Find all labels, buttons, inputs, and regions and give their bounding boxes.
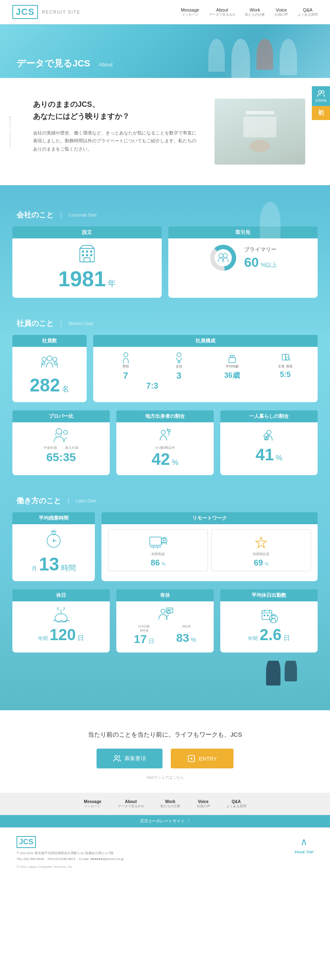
footer-bottom: JCS 〒101-0021 東京都千代田区神田佐久間町1-21 岩瀬佐久間ビル7… [0,827,330,877]
remote-sub-cards: 利用実績 86 % 利用満足度 69 % [108,529,311,571]
card-holiday-work: 平均休日出勤数 年間 2.6 日 [220,589,318,653]
card-holiday: 休日 年間 120 日 [12,589,110,653]
card-proper: プロパー比 中途社員 新入社員 65:35 [12,410,110,475]
recruit-button[interactable]: 募集要項 [97,749,163,768]
svg-point-33 [233,355,234,356]
footer-nav-message[interactable]: Message メッセージ [84,799,101,808]
solo-value: 41 % [227,445,311,464]
holiday-icon [19,606,103,624]
holiday-work-icon [227,606,311,624]
staff-count-value: 282 名 [19,375,80,396]
card-remote: リモートワーク 利用実績 [101,512,318,581]
svg-point-1 [321,91,324,94]
card-overtime: 平均残業時間 月 13 時間 [12,512,95,581]
work-section-header: 働き方のこと | Labor Date [0,488,330,512]
svg-point-38 [56,429,62,434]
remote-satisfaction-value: 69 % [215,558,307,568]
svg-marker-54 [256,537,266,548]
remote-satisfaction-label: 利用満足度 [215,552,307,556]
proper-label2: 新入社員 [65,445,78,450]
svg-rect-65 [264,615,265,616]
gender-ratio: 7:3 [100,381,205,391]
remote-actual-label: 利用実績 [112,552,204,556]
staff-section-header: 社員のこと | Workers Date [0,310,330,335]
svg-point-69 [115,756,118,759]
chevron-up-icon: ∧ [295,836,314,848]
nav-work[interactable]: Work 私たちの仕事 [245,7,265,17]
footer-corp-link[interactable]: JCSコーポレートサイト ↗ [0,815,330,827]
cta-buttons: 募集要項 ENTRY [16,749,314,768]
entry-button[interactable]: ENTRY [171,749,233,768]
card-solo: 一人暮らしの割合 41 % [220,410,318,475]
remote-actual-icon [112,535,204,550]
svg-point-53 [163,538,165,541]
grant-value: 17 [134,633,147,645]
scroll-line [10,131,10,147]
work-cards-row1: 平均残業時間 月 13 時間 リモートワーク [0,512,330,589]
ratio-age: 36歳 [206,370,258,381]
svg-point-56 [161,609,165,613]
page-top-button[interactable]: ∧ PAGE TOP [295,836,314,855]
hero-title: データで見るJCS [16,58,90,68]
holiday-work-value: 年間 2.6 日 [227,626,311,644]
card-local-header: 地方出身者の割合 [116,410,214,422]
svg-point-68 [272,615,275,619]
consume-unit: % [191,636,196,643]
company-subtitle: Corporate Date [68,213,97,217]
card-paid-header: 有休 [116,589,214,601]
site-name: RECRUIT SITE [42,10,80,14]
nav-voice[interactable]: Voice 社員の声 [275,7,288,17]
site-header: JCS RECRUIT SITE Message メッセージ About データ… [0,0,330,24]
work-subtitle: Labor Date [76,499,96,503]
svg-point-16 [223,254,228,258]
badge-recruit[interactable]: 採用情報 [312,86,330,106]
svg-line-37 [289,360,290,360]
company-section-header: 会社のこと | Corporate Date [0,202,330,226]
proper-label1: 中途社員 [44,445,57,450]
intro-section: Scroll ありのままのJCS、あなたにはどう映りますか？ 会社の実績や歴史、… [0,78,330,185]
work-title: 働き方のこと [16,496,61,506]
remote-actual-value: 86 % [112,558,204,568]
comp-major: 文系 理系 [259,352,311,369]
intro-image [214,99,305,165]
nav-qa[interactable]: Q&A よくある質問 [298,7,318,17]
svg-point-39 [64,430,68,434]
svg-point-46 [52,532,55,535]
svg-rect-8 [90,254,92,256]
remote-satisfaction: 利用満足度 69 % [211,529,311,571]
footer-left: JCS 〒101-0021 東京都千代田区神田佐久間町1-21 岩瀬佐久間ビル7… [16,836,124,869]
nav-message[interactable]: Message メッセージ [181,7,199,17]
page-top-label: PAGE TOP [295,850,314,854]
remote-actual: 利用実績 86 % [108,529,208,571]
comp-male: 男性 [100,352,151,369]
svg-point-18 [47,356,52,361]
svg-rect-6 [82,254,84,256]
card-holiday-work-header: 平均休日出勤数 [220,589,318,601]
svg-point-24 [177,353,181,357]
book-icon [259,352,311,364]
nav-about[interactable]: About データで見るJCS [209,7,235,17]
badge-entry[interactable]: 初 [312,106,330,120]
cta-tagline: 当たり前のことを当たり前に。ライフもワークも、JCS [16,731,314,739]
side-badges: 採用情報 初 [312,86,330,120]
footer-nav-work[interactable]: Work 私たちの仕事 [160,799,180,808]
people-icon [113,754,121,763]
work-cards-row2: 休日 年間 120 日 有休 [0,589,330,661]
intro-body: 会社の実績や歴史、働く環境など、きっとあなたが気になることを数字で率直に表現しま… [33,129,198,153]
card-staff-composition: 社員構成 男性 [93,335,318,402]
decorative-people [0,661,330,686]
footer-nav-voice[interactable]: Voice 社員の声 [197,799,210,808]
footer-nav: Message メッセージ About データで見るJCS Work 私たちの仕… [0,793,330,815]
ratio-female: 3 [153,370,205,381]
svg-point-47 [53,540,54,542]
svg-point-15 [219,254,223,258]
svg-rect-4 [86,251,88,253]
footer-nav-qa[interactable]: Q&A よくある質問 [226,799,246,808]
card-founded-header: 設立 [12,226,162,238]
svg-point-23 [124,353,128,357]
ratio-major: 5:5 [259,370,311,381]
staff-title: 社員のこと [16,318,54,328]
logo: JCS [12,5,38,19]
footer-nav-about[interactable]: About データで見るJCS [118,799,144,808]
donut-info: プライマリー 60 %以上 [244,246,278,270]
